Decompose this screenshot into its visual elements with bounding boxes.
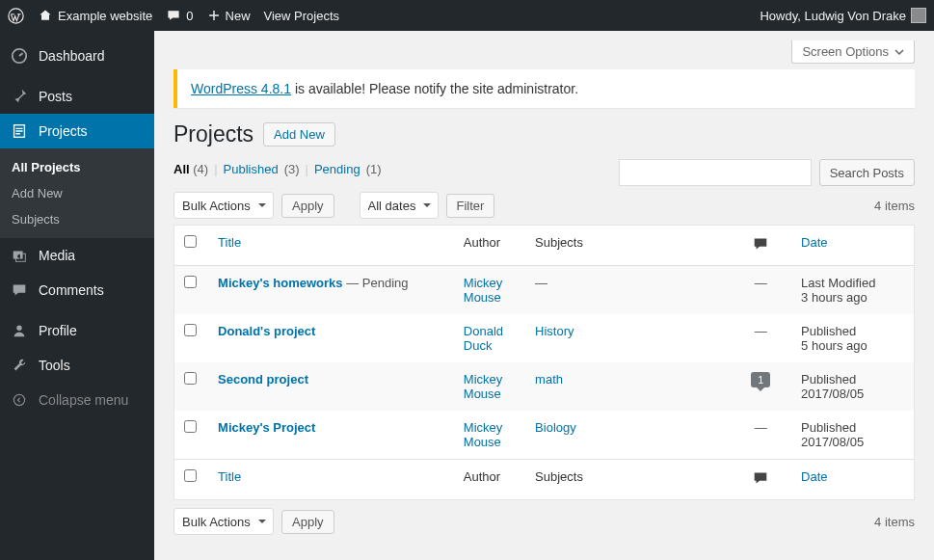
search-button[interactable]: Search Posts [819, 159, 915, 186]
row-subjects: — [535, 276, 547, 290]
bulk-apply-button[interactable]: Apply [281, 194, 334, 218]
col-date[interactable]: Date [801, 235, 827, 250]
svg-rect-3 [13, 252, 23, 259]
svg-point-5 [16, 326, 21, 331]
comment-icon [752, 469, 769, 487]
wordpress-icon [8, 8, 24, 24]
screen-options-toggle[interactable]: Screen Options [791, 40, 915, 64]
admin-toolbar: Example website 0 New View Projects Howd… [0, 0, 934, 31]
row-date: Published5 hours ago [791, 314, 914, 362]
menu-media[interactable]: Media [0, 238, 154, 273]
wp-logo[interactable] [8, 8, 24, 24]
col-title-foot[interactable]: Title [218, 469, 241, 484]
col-author: Author [454, 226, 525, 266]
submenu-projects: All Projects Add New Subjects [0, 148, 154, 238]
comment-icon [752, 235, 769, 253]
site-name: Example website [58, 9, 152, 23]
menu-profile[interactable]: Profile [0, 313, 154, 348]
row-checkbox[interactable] [184, 324, 197, 336]
col-subjects-foot: Subjects [525, 460, 730, 500]
menu-tools[interactable]: Tools [0, 348, 154, 383]
row-author-link[interactable]: Mickey Mouse [464, 372, 502, 401]
row-author-link[interactable]: Donald Duck [464, 324, 503, 353]
plus-icon [207, 9, 221, 22]
toolbar-new[interactable]: New [207, 9, 251, 23]
bulk-apply-button-bottom[interactable]: Apply [281, 510, 334, 534]
bulk-actions-select[interactable]: Bulk Actions [173, 192, 274, 219]
collapse-icon [10, 390, 29, 410]
admin-sidebar: Dashboard Posts Projects All Projects Ad… [0, 31, 154, 560]
view-published[interactable]: Published [224, 162, 279, 176]
menu-comments[interactable]: Comments [0, 273, 154, 307]
row-checkbox[interactable] [184, 276, 197, 288]
bulk-actions-select-bottom[interactable]: Bulk Actions [173, 508, 274, 535]
toolbar-account[interactable]: Howdy, Ludwig Von Drake [760, 8, 926, 23]
site-link[interactable]: Example website [38, 8, 152, 23]
row-checkbox[interactable] [184, 372, 197, 385]
avatar [911, 8, 926, 23]
col-author-foot: Author [454, 460, 525, 500]
row-comments: — [755, 420, 767, 435]
table-row: Mickey's ProjectMickey MouseBiology—Publ… [174, 411, 915, 460]
items-count-bottom: 4 items [874, 515, 915, 529]
select-all-bottom[interactable] [184, 469, 197, 482]
table-row: Mickey's homeworks — PendingMickey Mouse… [174, 266, 915, 315]
row-date: Published2017/08/05 [791, 362, 914, 411]
col-title[interactable]: Title [218, 235, 241, 250]
row-date: Published2017/08/05 [791, 411, 914, 460]
search-input[interactable] [619, 159, 812, 186]
dates-select[interactable]: All dates [360, 192, 439, 219]
howdy-text: Howdy, Ludwig Von Drake [760, 9, 906, 23]
row-title-link[interactable]: Donald's project [218, 324, 315, 338]
view-pending[interactable]: Pending [314, 162, 360, 176]
svg-point-0 [9, 8, 23, 22]
update-notice: WordPress 4.8.1 is available! Please not… [173, 69, 915, 108]
media-icon [10, 246, 29, 265]
toolbar-new-label: New [226, 9, 251, 23]
row-subject-link[interactable]: math [535, 372, 563, 387]
menu-dashboard[interactable]: Dashboard [0, 39, 154, 73]
toolbar-view-projects[interactable]: View Projects [264, 9, 340, 23]
menu-collapse[interactable]: Collapse menu [0, 383, 154, 417]
main-content: Screen Options WordPress 4.8.1 is availa… [154, 31, 934, 560]
table-row: Second projectMickey Mousemath1Published… [174, 362, 915, 411]
sub-all-projects[interactable]: All Projects [0, 154, 154, 180]
row-subject-link[interactable]: History [535, 324, 574, 338]
menu-projects[interactable]: Projects [0, 114, 154, 148]
col-comments [730, 226, 791, 266]
table-row: Donald's projectDonald DuckHistory—Publi… [174, 314, 915, 362]
row-comments: — [755, 276, 767, 290]
row-author-link[interactable]: Mickey Mouse [464, 276, 502, 305]
sub-subjects[interactable]: Subjects [0, 206, 154, 232]
select-all-top[interactable] [184, 235, 197, 248]
comment-count-bubble[interactable]: 1 [751, 372, 770, 387]
row-author-link[interactable]: Mickey Mouse [464, 420, 502, 449]
add-new-button[interactable]: Add New [263, 122, 335, 147]
projects-icon [10, 121, 29, 141]
col-comments-foot [730, 460, 791, 500]
profile-icon [10, 321, 29, 340]
toolbar-comments[interactable]: 0 [166, 8, 193, 23]
row-comments: — [755, 324, 767, 338]
chevron-down-icon [894, 47, 904, 57]
sub-add-new[interactable]: Add New [0, 180, 154, 206]
view-links: All (4) | Published (3) | Pending (1) [173, 162, 382, 176]
tools-icon [10, 356, 29, 375]
notice-link[interactable]: WordPress 4.8.1 [191, 81, 291, 96]
col-date-foot[interactable]: Date [801, 469, 827, 484]
row-subject-link[interactable]: Biology [535, 420, 576, 435]
page-title: Projects [173, 121, 254, 147]
row-title-link[interactable]: Second project [218, 372, 308, 387]
row-checkbox[interactable] [184, 420, 197, 433]
projects-table: Title Author Subjects Date Mickey's home… [173, 225, 915, 500]
menu-posts[interactable]: Posts [0, 79, 154, 114]
view-all[interactable]: All (4) [173, 162, 208, 176]
comments-icon [10, 280, 29, 300]
row-title-link[interactable]: Mickey's homeworks [218, 276, 343, 290]
svg-point-6 [13, 394, 24, 405]
row-state: — Pending [343, 276, 409, 290]
items-count-top: 4 items [874, 199, 915, 213]
toolbar-comment-count: 0 [186, 9, 193, 23]
filter-button[interactable]: Filter [446, 194, 495, 218]
row-title-link[interactable]: Mickey's Project [218, 420, 315, 435]
